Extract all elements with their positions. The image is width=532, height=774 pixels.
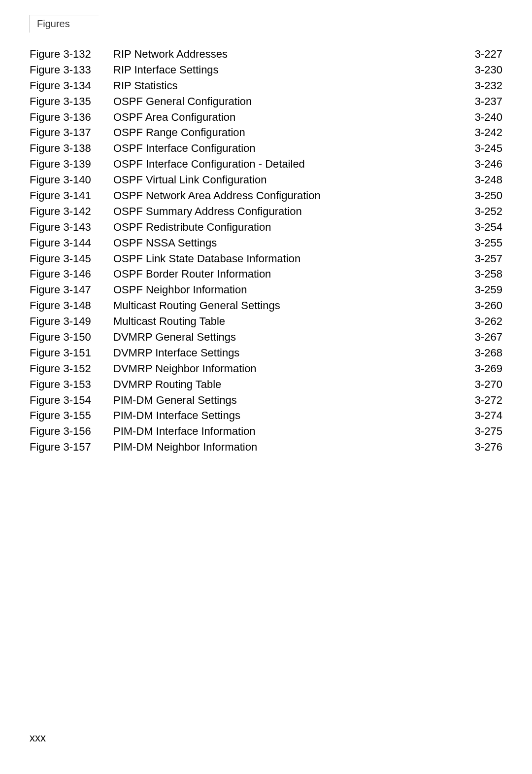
- figure-title: RIP Interface Settings: [113, 62, 458, 78]
- figure-title: OSPF NSSA Settings: [113, 235, 458, 251]
- figure-id: Figure 3-146: [30, 266, 113, 282]
- figure-row: Figure 3-139OSPF Interface Configuration…: [30, 156, 502, 172]
- figure-title: PIM-DM Neighbor Information: [113, 439, 458, 455]
- figure-title: OSPF Border Router Information: [113, 266, 458, 282]
- figure-page: 3-262: [458, 314, 502, 329]
- page-number: xxx: [30, 732, 46, 744]
- figure-id: Figure 3-154: [30, 392, 113, 408]
- figure-row: Figure 3-134RIP Statistics3-232: [30, 78, 502, 94]
- figure-id: Figure 3-148: [30, 298, 113, 314]
- figure-title: DVMRP Interface Settings: [113, 345, 458, 361]
- header-tab: Figures: [30, 15, 99, 33]
- figure-list: Figure 3-132RIP Network Addresses3-227Fi…: [30, 46, 502, 455]
- figure-title: RIP Statistics: [113, 78, 458, 94]
- figure-title: OSPF Neighbor Information: [113, 282, 458, 298]
- figure-row: Figure 3-132RIP Network Addresses3-227: [30, 46, 502, 62]
- figure-page: 3-272: [458, 392, 502, 408]
- figure-id: Figure 3-152: [30, 361, 113, 377]
- figure-id: Figure 3-145: [30, 251, 113, 267]
- figure-id: Figure 3-156: [30, 423, 113, 439]
- figure-page: 3-227: [458, 46, 502, 62]
- figure-page: 3-259: [458, 282, 502, 298]
- figure-id: Figure 3-132: [30, 46, 113, 62]
- figure-row: Figure 3-156PIM-DM Interface Information…: [30, 423, 502, 439]
- figure-title: Multicast Routing Table: [113, 314, 458, 329]
- figure-title: OSPF Link State Database Information: [113, 251, 458, 267]
- figure-page: 3-237: [458, 94, 502, 109]
- figure-row: Figure 3-153DVMRP Routing Table3-270: [30, 377, 502, 392]
- figure-id: Figure 3-149: [30, 314, 113, 329]
- figure-title: OSPF General Configuration: [113, 94, 458, 109]
- figure-row: Figure 3-135OSPF General Configuration3-…: [30, 94, 502, 109]
- figure-title: OSPF Network Area Address Configuration: [113, 188, 458, 204]
- figure-title: RIP Network Addresses: [113, 46, 458, 62]
- figure-page: 3-276: [458, 439, 502, 455]
- figure-row: Figure 3-141OSPF Network Area Address Co…: [30, 188, 502, 204]
- figure-id: Figure 3-155: [30, 408, 113, 423]
- figure-id: Figure 3-137: [30, 125, 113, 141]
- figure-row: Figure 3-146OSPF Border Router Informati…: [30, 266, 502, 282]
- figure-page: 3-274: [458, 408, 502, 423]
- figure-row: Figure 3-152DVMRP Neighbor Information3-…: [30, 361, 502, 377]
- figure-page: 3-275: [458, 423, 502, 439]
- figure-title: OSPF Interface Configuration - Detailed: [113, 156, 458, 172]
- figure-title: OSPF Area Configuration: [113, 109, 458, 125]
- figure-id: Figure 3-151: [30, 345, 113, 361]
- figure-id: Figure 3-141: [30, 188, 113, 204]
- figure-id: Figure 3-147: [30, 282, 113, 298]
- figure-id: Figure 3-150: [30, 329, 113, 345]
- figure-page: 3-250: [458, 188, 502, 204]
- figure-title: PIM-DM General Settings: [113, 392, 458, 408]
- figure-title: OSPF Summary Address Configuration: [113, 204, 458, 219]
- figure-page: 3-269: [458, 361, 502, 377]
- figure-page: 3-258: [458, 266, 502, 282]
- figure-title: OSPF Range Configuration: [113, 125, 458, 141]
- figure-page: 3-242: [458, 125, 502, 141]
- figure-id: Figure 3-134: [30, 78, 113, 94]
- figure-id: Figure 3-133: [30, 62, 113, 78]
- figure-id: Figure 3-140: [30, 172, 113, 188]
- figure-row: Figure 3-147OSPF Neighbor Information3-2…: [30, 282, 502, 298]
- header-title: Figures: [37, 18, 70, 29]
- figure-title: PIM-DM Interface Information: [113, 423, 458, 439]
- figure-row: Figure 3-138OSPF Interface Configuration…: [30, 141, 502, 156]
- figure-title: DVMRP Routing Table: [113, 377, 458, 392]
- figure-page: 3-246: [458, 156, 502, 172]
- figure-title: DVMRP Neighbor Information: [113, 361, 458, 377]
- figure-page: 3-255: [458, 235, 502, 251]
- figure-title: OSPF Redistribute Configuration: [113, 219, 458, 235]
- figure-row: Figure 3-133RIP Interface Settings3-230: [30, 62, 502, 78]
- figure-id: Figure 3-144: [30, 235, 113, 251]
- figure-row: Figure 3-154PIM-DM General Settings3-272: [30, 392, 502, 408]
- figure-page: 3-260: [458, 298, 502, 314]
- figure-page: 3-257: [458, 251, 502, 267]
- figure-page: 3-268: [458, 345, 502, 361]
- figure-row: Figure 3-149Multicast Routing Table3-262: [30, 314, 502, 329]
- figure-page: 3-267: [458, 329, 502, 345]
- figure-row: Figure 3-151DVMRP Interface Settings3-26…: [30, 345, 502, 361]
- figure-page: 3-252: [458, 204, 502, 219]
- figure-row: Figure 3-145OSPF Link State Database Inf…: [30, 251, 502, 267]
- figure-row: Figure 3-157PIM-DM Neighbor Information3…: [30, 439, 502, 455]
- figure-page: 3-254: [458, 219, 502, 235]
- figure-row: Figure 3-143OSPF Redistribute Configurat…: [30, 219, 502, 235]
- figure-page: 3-230: [458, 62, 502, 78]
- figure-page: 3-248: [458, 172, 502, 188]
- figure-id: Figure 3-157: [30, 439, 113, 455]
- figure-title: DVMRP General Settings: [113, 329, 458, 345]
- figure-id: Figure 3-142: [30, 204, 113, 219]
- figure-id: Figure 3-135: [30, 94, 113, 109]
- figure-row: Figure 3-144OSPF NSSA Settings3-255: [30, 235, 502, 251]
- figure-row: Figure 3-140OSPF Virtual Link Configurat…: [30, 172, 502, 188]
- figure-row: Figure 3-137OSPF Range Configuration3-24…: [30, 125, 502, 141]
- figure-id: Figure 3-143: [30, 219, 113, 235]
- figure-row: Figure 3-148Multicast Routing General Se…: [30, 298, 502, 314]
- figure-row: Figure 3-155PIM-DM Interface Settings3-2…: [30, 408, 502, 423]
- figure-row: Figure 3-142OSPF Summary Address Configu…: [30, 204, 502, 219]
- figure-id: Figure 3-136: [30, 109, 113, 125]
- figure-title: Multicast Routing General Settings: [113, 298, 458, 314]
- figure-title: OSPF Interface Configuration: [113, 141, 458, 156]
- figure-page: 3-240: [458, 109, 502, 125]
- figure-title: PIM-DM Interface Settings: [113, 408, 458, 423]
- figure-row: Figure 3-136OSPF Area Configuration3-240: [30, 109, 502, 125]
